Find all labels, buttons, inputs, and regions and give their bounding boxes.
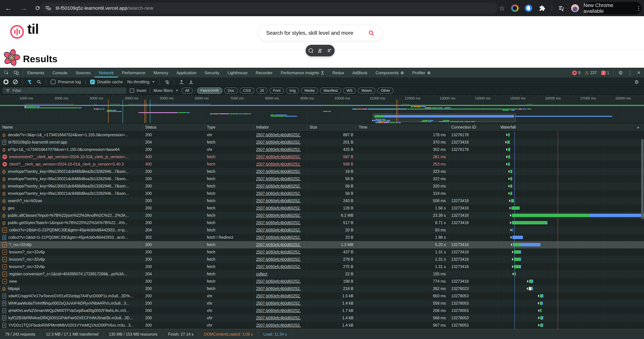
extensions-puzzle-icon[interactable]	[538, 4, 546, 12]
column-header-name[interactable]: Name	[0, 124, 143, 131]
request-initiator[interactable]: 2507-b060efc4b0d60252.	[256, 294, 301, 298]
devtools-settings-gear-icon[interactable]: ⚙	[618, 70, 623, 76]
tab-memory[interactable]: Memory	[150, 68, 172, 78]
console-errors-badge[interactable]: ✕9	[572, 70, 580, 75]
request-initiator[interactable]: 2507-b060efc4b0d60252.	[256, 242, 301, 247]
filter-chip-ws[interactable]: WS	[343, 88, 356, 94]
request-initiator[interactable]: 2507-b060efc4b0d60252.	[256, 308, 301, 313]
forward-icon[interactable]: →	[20, 4, 27, 12]
tab-adblock[interactable]: AdBlock	[348, 68, 372, 78]
network-request-row[interactable]: {}envelope/?sentry_key=99a130021dc8488d8…	[0, 182, 644, 190]
request-initiator-cell[interactable]: 2507-b060efc4b0d60252.	[254, 314, 307, 322]
network-request-row[interactable]: kyfOZBSbRfiN4veDRIQID01GPdvFwr02XECFmNU5…	[0, 314, 644, 322]
til-logo-icon[interactable]	[10, 25, 24, 39]
console-warnings-badge[interactable]: ⚠237	[585, 70, 597, 76]
request-initiator-cell[interactable]: 2507-b060efc4b0d60252.	[254, 182, 307, 190]
site-search-input[interactable]: Search for styles, skill level and more	[258, 25, 382, 41]
network-request-row[interactable]: xdwKCnqqrI47e17wTeevsGV01xR2izdqq7A4FycD…	[0, 292, 644, 300]
address-bar[interactable]: til-f50109q5z-learnontil.vercel.app/sear…	[40, 2, 498, 14]
network-request-row[interactable]: {}geo200fetch2507-b060efc4b0d60252.126 B…	[0, 204, 644, 212]
request-initiator[interactable]: 2507-b060efc4b0d60252.	[256, 140, 301, 144]
tab-performance[interactable]: Performance	[118, 68, 149, 78]
request-name[interactable]: register-conversion?_c=1&cid=404395074.1…	[9, 272, 127, 276]
import-har-icon[interactable]	[179, 79, 184, 84]
inspect-element-icon[interactable]	[4, 70, 9, 76]
tab-redux[interactable]: Redux	[328, 68, 348, 78]
request-initiator[interactable]: 2507-b060efc4b0d60252.	[256, 286, 301, 291]
network-request-row[interactable]: ‹›collect?v=2&tid=G-21PQDMCJ0E&gtm=45je4…	[0, 226, 644, 234]
column-header-waterfall[interactable]: Waterfall▲	[498, 124, 644, 131]
request-initiator[interactable]: 2507-b060efc4b0d60252.	[256, 184, 301, 188]
device-toolbar-icon[interactable]	[14, 70, 19, 76]
request-initiator-cell[interactable]: 2507-b060efc4b0d60252.	[254, 190, 307, 197]
tab-elements[interactable]: Elements	[23, 68, 48, 78]
request-initiator[interactable]: 2507-b060efc4b0d60252.	[256, 133, 301, 137]
request-initiator-cell[interactable]: 2507-b060efc4b0d60252.	[254, 219, 307, 226]
request-initiator-cell[interactable]: collect	[254, 270, 307, 278]
request-initiator[interactable]: 2507-b060efc4b0d60252.	[256, 198, 301, 203]
request-initiator[interactable]: 2507-b060efc4b0d60252.	[256, 162, 301, 166]
network-request-row[interactable]: {}search?_rsc=b3zae200fetch2507-b060efc4…	[0, 197, 644, 204]
filter-chip-fetchxhr[interactable]: Fetch/XHR	[197, 88, 222, 94]
network-overview-timeline[interactable]: 1000 ms2000 ms3000 ms4000 ms5000 ms6000 …	[0, 95, 644, 124]
media-controls-icon[interactable]	[558, 5, 565, 12]
network-request-row[interactable]: YVDDz1TQ1FbsdoRiNPMmttMbV0201VYteMQ1NzD0…	[0, 322, 644, 329]
filter-funnel-icon[interactable]	[27, 79, 32, 84]
network-request-row[interactable]: {}public.getStyles?batch=1&input=%7B%220…	[0, 219, 644, 226]
extension-icon-colorwheel[interactable]	[511, 4, 519, 12]
clear-network-log-icon[interactable]	[13, 80, 18, 84]
tab-profiler[interactable]: Profiler	[408, 68, 435, 78]
browser-menu-kebab-icon[interactable]: ⋮	[636, 5, 642, 12]
network-request-row[interactable]: ✕environment?__clerk_api_version=2024-10…	[0, 153, 644, 160]
request-initiator[interactable]: 2507-b060efc4b0d60252.	[256, 169, 301, 174]
devtools-close-icon[interactable]: ✕	[637, 70, 640, 76]
network-request-row[interactable]: {}decide/?v=3&ip=1&_=1734016647024&ver=1…	[0, 131, 644, 138]
search-icon[interactable]	[368, 30, 375, 36]
request-initiator[interactable]: 2507-b060efc4b0d60252.	[256, 191, 301, 196]
request-initiator-cell[interactable]: 2507-b060efc4b0d60252.	[254, 322, 307, 329]
request-initiator-cell[interactable]: 2507-b060efc4b0d60252.	[254, 241, 307, 248]
devtools-kebab-icon[interactable]: ⋮	[627, 70, 632, 76]
request-initiator-cell[interactable]: 2507-b060efc4b0d60252.	[254, 168, 307, 175]
invert-checkbox[interactable]	[130, 88, 134, 93]
request-name[interactable]: lessons?_rsc=32v6p	[9, 257, 45, 262]
request-name[interactable]: ?_rsc=32v6p	[9, 242, 32, 247]
request-initiator-cell[interactable]: 2507-b060efc4b0d60252.	[254, 197, 307, 204]
request-initiator-cell[interactable]: 2507-b060efc4b0d60252.	[254, 263, 307, 270]
request-initiator-cell[interactable]: 2507-b060efc4b0d60252.	[254, 160, 307, 168]
throttling-dropdown[interactable]: No throttling▼	[127, 80, 154, 84]
request-initiator[interactable]: 2507-b060efc4b0d60252.	[256, 235, 301, 240]
column-header-time[interactable]: Time	[356, 124, 449, 131]
network-search-icon[interactable]	[36, 79, 42, 84]
request-initiator-cell[interactable]: 2507-b060efc4b0d60252.	[254, 153, 307, 160]
request-initiator-cell[interactable]: 2507-b060efc4b0d60252.	[254, 300, 307, 307]
request-name[interactable]: lessons?_rsc=32v6p	[9, 250, 45, 254]
request-name[interactable]: public.allClasses?input=%7B%22json%22%3A…	[8, 213, 129, 218]
sort-ascending-icon[interactable]: ▲	[637, 126, 640, 129]
request-name[interactable]: til-f50109q5z-learnontil.vercel.app	[8, 140, 67, 144]
profile-avatar[interactable]	[571, 4, 579, 12]
tab-security[interactable]: Security	[200, 68, 224, 78]
site-settings-icon[interactable]	[46, 5, 51, 11]
filter-chip-img[interactable]: Img	[286, 88, 299, 94]
column-header-size[interactable]: Size	[307, 124, 356, 131]
request-initiator[interactable]: 2507-b060efc4b0d60252.	[256, 228, 301, 232]
request-name[interactable]: WHKawWu6aTlvhrtf6hqu0002sQJuVoF4tDRyvVNb…	[8, 301, 129, 306]
request-name[interactable]: qHaKhrLwvNZi5mamWQp2M00TFVaGepBxa00g0002…	[8, 308, 129, 313]
back-icon[interactable]: ←	[5, 4, 12, 12]
request-name[interactable]: envelope/?sentry_key=99a130021dc8488d8ea…	[8, 169, 129, 174]
request-name[interactable]: envelope/?sentry_key=99a130021dc8488d8ea…	[8, 184, 129, 188]
request-name[interactable]: collect?v=2&tid=G-21PQDMCJ0E&gtm=45je4cb…	[9, 228, 128, 232]
network-request-row[interactable]: ‹›lessons?_rsc=32v6p200fetch2507-b060efc…	[0, 263, 644, 270]
request-initiator[interactable]: 2507-b060efc4b0d60252.	[256, 220, 301, 225]
request-name[interactable]: envelope/?sentry_key=99a130021dc8488d8ea…	[8, 191, 129, 196]
filter-chip-js[interactable]: JS	[256, 88, 268, 94]
request-initiator-cell[interactable]: 2507-b060efc4b0d60252.	[254, 131, 307, 138]
extension-icon-kangaroo[interactable]	[525, 4, 532, 12]
request-initiator[interactable]: 2507-b060efc4b0d60252.	[256, 206, 301, 210]
disable-cache-checkbox[interactable]: ✓	[90, 80, 95, 84]
request-name[interactable]: public.getStyles?batch=1&input=%7B%220%2…	[8, 220, 128, 225]
request-name[interactable]: e/?ip=1&_=1734016647079&ver=1.155.0&comp…	[8, 147, 120, 152]
tab-network[interactable]: Network	[95, 68, 118, 78]
request-initiator[interactable]: 2507-b060efc4b0d60252.	[256, 176, 301, 181]
